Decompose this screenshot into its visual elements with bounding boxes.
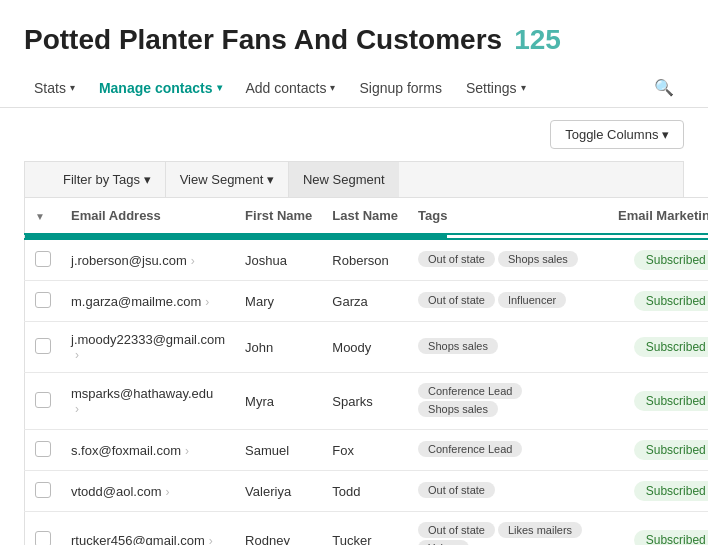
row-checkbox[interactable] bbox=[35, 392, 51, 408]
tag-badge[interactable]: Conference Lead bbox=[418, 383, 522, 399]
table-header-row: ▼ Email Address First Name Last Name Tag… bbox=[25, 198, 709, 235]
row-email: j.moody22333@gmail.com› bbox=[61, 322, 235, 373]
search-button[interactable]: 🔍 bbox=[644, 68, 684, 107]
view-segment-button[interactable]: View Segment ▾ bbox=[166, 162, 289, 197]
row-email: s.fox@foxmail.com› bbox=[61, 430, 235, 471]
subscribed-badge: Subscribed bbox=[634, 440, 708, 460]
page-title-text: Potted Planter Fans And Customers bbox=[24, 24, 502, 56]
tag-badge[interactable]: Out of state bbox=[418, 482, 495, 498]
row-expand-icon[interactable]: › bbox=[162, 485, 174, 499]
table-row: j.roberson@jsu.com›JoshuaRobersonOut of … bbox=[25, 239, 709, 281]
row-first-name: Samuel bbox=[235, 430, 322, 471]
row-tags: Out of state bbox=[408, 471, 608, 512]
nav-item-add-contacts[interactable]: Add contacts ▾ bbox=[236, 70, 346, 106]
row-checkbox-cell bbox=[25, 471, 62, 512]
row-email-marketing: Subscribed bbox=[608, 430, 708, 471]
row-checkbox[interactable] bbox=[35, 292, 51, 308]
row-checkbox-cell bbox=[25, 512, 62, 546]
nav-item-manage-contacts[interactable]: Manage contacts ▾ bbox=[89, 70, 232, 106]
col-header-email: Email Address bbox=[61, 198, 235, 235]
row-first-name: John bbox=[235, 322, 322, 373]
row-checkbox[interactable] bbox=[35, 441, 51, 457]
row-email-marketing: Subscribed bbox=[608, 471, 708, 512]
row-email-marketing: Subscribed bbox=[608, 239, 708, 281]
row-last-name: Fox bbox=[322, 430, 408, 471]
toolbar: Toggle Columns ▾ bbox=[0, 108, 708, 161]
row-expand-icon[interactable]: › bbox=[201, 295, 213, 309]
nav-item-stats[interactable]: Stats ▾ bbox=[24, 70, 85, 106]
row-expand-icon[interactable]: › bbox=[71, 402, 83, 416]
row-last-name: Sparks bbox=[322, 373, 408, 430]
col-header-last: Last Name bbox=[322, 198, 408, 235]
table-row: vtodd@aol.com›ValeriyaToddOut of stateSu… bbox=[25, 471, 709, 512]
tag-badge[interactable]: Shops sales bbox=[498, 251, 578, 267]
row-last-name: Moody bbox=[322, 322, 408, 373]
subscribed-badge: Subscribed bbox=[634, 291, 708, 311]
subscribed-badge: Subscribed bbox=[634, 481, 708, 501]
subscribed-badge: Subscribed bbox=[634, 530, 708, 545]
row-checkbox-cell bbox=[25, 373, 62, 430]
tag-badge[interactable]: Yelper bbox=[418, 540, 469, 545]
tag-badge[interactable]: Out of state bbox=[418, 251, 495, 267]
subscribed-badge: Subscribed bbox=[634, 250, 708, 270]
row-tags: Out of stateShops sales bbox=[408, 239, 608, 281]
row-checkbox-cell bbox=[25, 281, 62, 322]
row-expand-icon[interactable]: › bbox=[205, 534, 217, 546]
row-last-name: Roberson bbox=[322, 239, 408, 281]
row-email: m.garza@mailme.com› bbox=[61, 281, 235, 322]
toggle-columns-button[interactable]: Toggle Columns ▾ bbox=[550, 120, 684, 149]
row-first-name: Rodney bbox=[235, 512, 322, 546]
row-checkbox[interactable] bbox=[35, 531, 51, 546]
row-last-name: Garza bbox=[322, 281, 408, 322]
filter-bar-wrapper: Filter by Tags ▾ View Segment ▾ New Segm… bbox=[0, 161, 708, 197]
row-checkbox[interactable] bbox=[35, 482, 51, 498]
row-tags: Conference LeadShops sales bbox=[408, 373, 608, 430]
row-expand-icon[interactable]: › bbox=[187, 254, 199, 268]
row-email-marketing: Subscribed bbox=[608, 373, 708, 430]
row-tags: Conference Lead bbox=[408, 430, 608, 471]
row-tags: Out of stateLikes mailersYelper bbox=[408, 512, 608, 546]
nav-item-signup-forms[interactable]: Signup forms bbox=[349, 70, 451, 106]
col-header-marketing: Email Marketing bbox=[608, 198, 708, 235]
row-email: vtodd@aol.com› bbox=[61, 471, 235, 512]
tag-badge[interactable]: Shops sales bbox=[418, 401, 498, 417]
row-tags: Shops sales bbox=[408, 322, 608, 373]
page-title: Potted Planter Fans And Customers 125 bbox=[24, 24, 684, 56]
row-checkbox-cell bbox=[25, 430, 62, 471]
chevron-down-icon: ▾ bbox=[217, 82, 222, 93]
tag-badge[interactable]: Conference Lead bbox=[418, 441, 522, 457]
filter-by-tags-button[interactable]: Filter by Tags ▾ bbox=[49, 162, 166, 197]
col-header-tags: Tags bbox=[408, 198, 608, 235]
sort-icon[interactable]: ▼ bbox=[35, 211, 45, 222]
row-first-name: Myra bbox=[235, 373, 322, 430]
new-segment-button[interactable]: New Segment bbox=[289, 162, 399, 197]
col-header-first: First Name bbox=[235, 198, 322, 235]
tag-badge[interactable]: Out of state bbox=[418, 292, 495, 308]
subscribed-badge: Subscribed bbox=[634, 391, 708, 411]
table-row: rtucker456@gmail.com›RodneyTuckerOut of … bbox=[25, 512, 709, 546]
row-email: msparks@hathaway.edu› bbox=[61, 373, 235, 430]
row-first-name: Valeriya bbox=[235, 471, 322, 512]
page-header: Potted Planter Fans And Customers 125 St… bbox=[0, 0, 708, 108]
row-checkbox[interactable] bbox=[35, 251, 51, 267]
tag-badge[interactable]: Shops sales bbox=[418, 338, 498, 354]
row-checkbox[interactable] bbox=[35, 338, 51, 354]
row-first-name: Mary bbox=[235, 281, 322, 322]
chevron-down-icon: ▾ bbox=[521, 82, 526, 93]
tag-badge[interactable]: Influencer bbox=[498, 292, 566, 308]
chevron-down-icon: ▾ bbox=[70, 82, 75, 93]
nav-bar: Stats ▾ Manage contacts ▾ Add contacts ▾… bbox=[0, 68, 708, 108]
row-last-name: Tucker bbox=[322, 512, 408, 546]
row-expand-icon[interactable]: › bbox=[71, 348, 83, 362]
row-checkbox-cell bbox=[25, 239, 62, 281]
tag-badge[interactable]: Likes mailers bbox=[498, 522, 582, 538]
row-expand-icon[interactable]: › bbox=[181, 444, 193, 458]
row-email: j.roberson@jsu.com› bbox=[61, 239, 235, 281]
table-row: m.garza@mailme.com›MaryGarzaOut of state… bbox=[25, 281, 709, 322]
nav-item-settings[interactable]: Settings ▾ bbox=[456, 70, 536, 106]
tag-badge[interactable]: Out of state bbox=[418, 522, 495, 538]
contacts-table-wrapper: ▼ Email Address First Name Last Name Tag… bbox=[0, 197, 708, 545]
col-header-check: ▼ bbox=[25, 198, 62, 235]
filter-bar: Filter by Tags ▾ View Segment ▾ New Segm… bbox=[24, 161, 684, 197]
chevron-down-icon: ▾ bbox=[330, 82, 335, 93]
